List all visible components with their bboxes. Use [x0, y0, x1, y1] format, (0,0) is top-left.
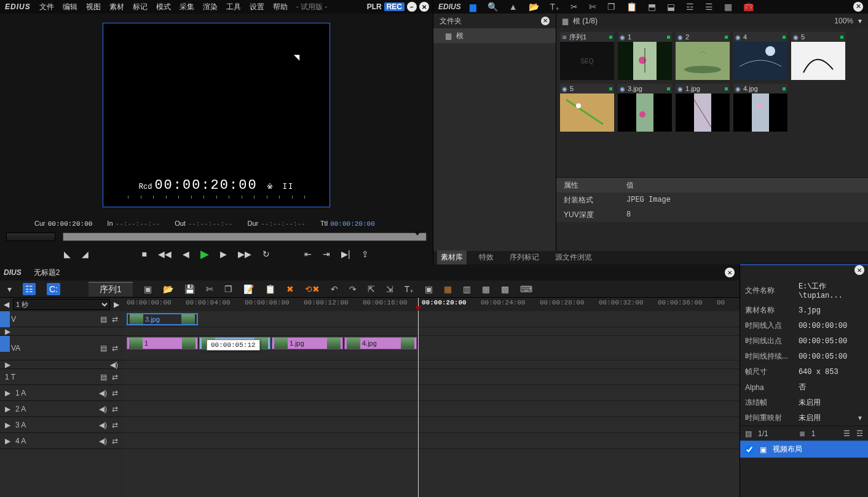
sequence-tab[interactable]: 序列1	[89, 282, 133, 296]
menu-tools[interactable]: 工具	[226, 2, 241, 12]
film-icon[interactable]: ▤	[100, 344, 107, 352]
crop-icon[interactable]: ✂	[570, 2, 578, 12]
open-icon[interactable]: 📂	[529, 2, 539, 12]
speaker-icon[interactable]: ◀)	[99, 421, 107, 429]
grid-1-icon[interactable]: ▥	[463, 284, 471, 294]
cut-icon[interactable]: ✄	[206, 284, 213, 294]
redo-icon[interactable]: ↷	[349, 284, 357, 294]
undo-icon[interactable]: ↶	[331, 284, 338, 294]
set-in-button[interactable]: ◣	[64, 249, 71, 259]
expand-icon[interactable]: ▶	[5, 437, 10, 445]
track-header-2v[interactable]: 2 V▤⇄	[0, 311, 123, 327]
speaker-icon[interactable]: ◀)	[99, 405, 107, 413]
paste-icon[interactable]: 📋	[265, 284, 275, 294]
dropdown-icon[interactable]: ▼	[852, 410, 868, 426]
title-icon[interactable]: T₊	[550, 2, 560, 12]
delete-icon[interactable]: ✖	[286, 284, 294, 294]
clip-item[interactable]: ◉2	[676, 32, 730, 80]
scrub-bar[interactable]	[0, 230, 433, 244]
track-2a[interactable]	[123, 401, 740, 417]
paste-note-icon[interactable]: 📝	[243, 284, 254, 294]
clip-item[interactable]: ◉5	[791, 32, 845, 80]
link-icon[interactable]: ⇄	[112, 389, 118, 397]
expand-icon[interactable]: ▶	[5, 421, 10, 429]
mode-a-button[interactable]: ☷	[23, 283, 36, 295]
menu-help[interactable]: 帮助	[273, 2, 288, 12]
set-out-button[interactable]: ◢	[82, 249, 89, 259]
title-tool-icon[interactable]: T₊	[404, 284, 414, 294]
info-close-button[interactable]: ✕	[854, 265, 864, 275]
marker-out-icon[interactable]: ⇲	[386, 284, 393, 294]
marker-in-icon[interactable]: ⇱	[368, 284, 375, 294]
track-1va[interactable]: 1 1.jpg 4.jpg 00:00:05:12	[123, 336, 740, 360]
loop-button[interactable]: ↻	[262, 249, 270, 259]
rewind-button[interactable]: ◀◀	[158, 249, 172, 259]
ripple-delete-icon[interactable]: ⟲✖	[305, 284, 320, 294]
playhead[interactable]	[418, 298, 419, 497]
tab-source[interactable]: 源文件浏览	[551, 250, 596, 264]
track-header-4a[interactable]: ▶4 A◀)⇄	[0, 433, 123, 449]
timeline-tracks[interactable]: 00:00:00:00 00:00:04:00 00:00:08:00 00:0…	[123, 298, 740, 497]
tab-bin[interactable]: 素材库	[437, 250, 467, 264]
menu-capture[interactable]: 采集	[180, 2, 194, 12]
bin-close-button[interactable]: ✕	[853, 2, 863, 12]
list-icon[interactable]: ☰	[843, 429, 850, 438]
link-icon[interactable]: ⇄	[112, 373, 118, 381]
paste-icon[interactable]: 📋	[626, 2, 637, 12]
grid-icon[interactable]: ▦	[724, 2, 732, 12]
track-header-1t[interactable]: 1 T▤⇄	[0, 369, 123, 385]
zoom-select[interactable]: 1 秒	[13, 299, 110, 310]
overlay-icon[interactable]: ⬓	[667, 2, 675, 12]
close-button[interactable]: ✕	[419, 2, 429, 12]
search-icon[interactable]: 🔍	[487, 2, 498, 12]
step-back-button[interactable]: ◀	[183, 249, 189, 259]
clip-item[interactable]: ◉4	[733, 32, 787, 80]
prev-edit-button[interactable]: ⇤	[304, 249, 312, 259]
expand-icon[interactable]: ▶	[5, 327, 10, 336]
folder-icon[interactable]: ▆	[470, 2, 476, 12]
insert-icon[interactable]: ⬒	[648, 2, 656, 12]
new-seq-icon[interactable]: ▣	[144, 284, 152, 294]
video-layout-row[interactable]: ▣ 视频布局	[740, 440, 868, 458]
clip-1[interactable]: 1	[127, 337, 198, 349]
list-icon[interactable]: ☰	[705, 2, 713, 12]
next-edit-button[interactable]: ⇥	[323, 249, 330, 259]
track-4a[interactable]	[123, 433, 740, 449]
clip-item[interactable]: ◉1.jpg	[676, 84, 730, 132]
timeline-close-button[interactable]: ✕	[725, 268, 735, 277]
keyboard-icon[interactable]: ⌨	[520, 284, 532, 294]
clear-folder-button[interactable]: ✕	[541, 17, 550, 25]
layers-icon[interactable]: ☲	[686, 2, 694, 12]
settings-icon[interactable]: ☲	[856, 429, 863, 438]
prev-track-icon[interactable]: ◀	[4, 300, 9, 309]
ffwd-button[interactable]: ▶▶	[238, 249, 251, 259]
step-fwd-button[interactable]: ▶	[220, 249, 227, 259]
menu-edit[interactable]: 编辑	[63, 2, 77, 12]
speaker-icon[interactable]: ◀)	[99, 389, 107, 397]
export-button[interactable]: ⇪	[361, 249, 369, 259]
toolbox-icon[interactable]: 🧰	[743, 2, 754, 12]
tab-effects[interactable]: 特效	[475, 250, 497, 264]
up-icon[interactable]: ▲	[509, 2, 518, 12]
film-icon[interactable]: ▤	[100, 315, 107, 324]
menu-marker[interactable]: 标记	[133, 2, 148, 12]
link-icon[interactable]: ⇄	[112, 437, 118, 445]
menu-mode[interactable]: 模式	[156, 2, 171, 12]
track-1a[interactable]	[123, 385, 740, 401]
expand-icon[interactable]: ▶	[5, 405, 10, 413]
clip-item[interactable]: ◉5	[560, 84, 614, 132]
zoom-down-icon[interactable]: ▾	[7, 284, 12, 294]
link-icon[interactable]: ⇄	[112, 405, 118, 413]
clip-item[interactable]: ≋序列1 SEQ	[560, 32, 614, 80]
track-2v[interactable]: 3.jpg	[123, 311, 740, 327]
menu-render[interactable]: 渲染	[203, 2, 218, 12]
grid-2-icon[interactable]: ▦	[482, 284, 490, 294]
speaker-icon[interactable]: ◀)	[110, 360, 118, 369]
effect-b-icon[interactable]: ▦	[444, 284, 452, 294]
cut-icon[interactable]: ✄	[589, 2, 596, 12]
film-icon[interactable]: ▤	[100, 373, 107, 381]
copy-icon[interactable]: ❐	[224, 284, 232, 294]
menu-clip[interactable]: 素材	[109, 2, 124, 12]
track-header-1a[interactable]: ▶1 A◀)⇄	[0, 385, 123, 401]
track-header-2a[interactable]: ▶2 A◀)⇄	[0, 401, 123, 417]
